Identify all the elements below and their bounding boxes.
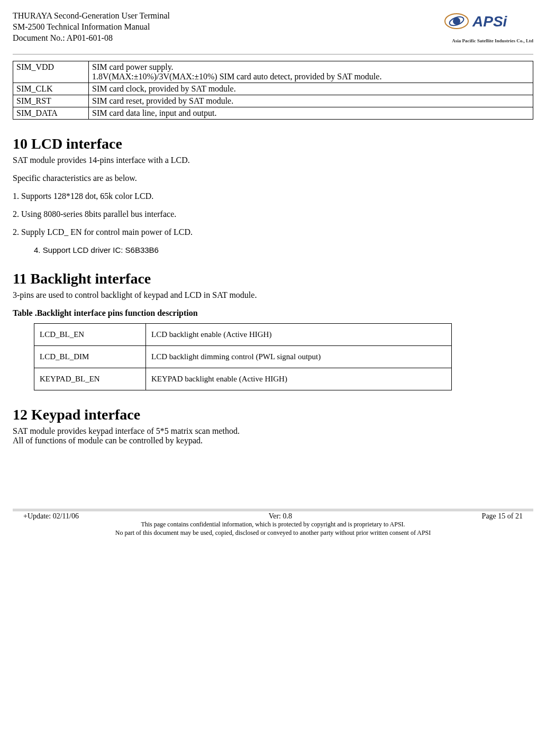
page-header: THURAYA Second-Generation User Terminal … bbox=[13, 11, 533, 43]
section-10-item-4: 4. Support LCD driver IC: S6B33B6 bbox=[34, 245, 533, 254]
header-line-3: Document No.: AP01-601-08 bbox=[13, 33, 170, 44]
sim-desc-cell: SIM card data line, input and output. bbox=[89, 107, 533, 120]
footer-page: Page 15 of 21 bbox=[482, 512, 523, 521]
section-10-item-2: 2. Using 8080-series 8bits parallel bus … bbox=[13, 210, 533, 219]
header-text-block: THURAYA Second-Generation User Terminal … bbox=[13, 11, 170, 43]
backlight-pin-cell: LCD_BL_DIM bbox=[34, 346, 146, 368]
footer-update: +Update: 02/11/06 bbox=[23, 512, 79, 521]
table-row: LCD_BL_EN LCD backlight enable (Active H… bbox=[34, 324, 452, 346]
sim-pin-cell: SIM_CLK bbox=[13, 83, 89, 95]
section-11-p1: 3-pins are used to control backlight of … bbox=[13, 290, 533, 300]
footer-divider-2 bbox=[13, 511, 533, 511]
header-line-1: THURAYA Second-Generation User Terminal bbox=[13, 11, 170, 22]
backlight-table-caption: Table .Backlight interface pins function… bbox=[13, 308, 533, 318]
footer-confidential-1: This page contains confidential informat… bbox=[13, 521, 533, 529]
section-12-p2: All of functions of module can be contro… bbox=[13, 436, 533, 445]
table-row: LCD_BL_DIM LCD backlight dimming control… bbox=[34, 346, 452, 368]
svg-text:APSi: APSi bbox=[472, 13, 508, 30]
section-10-p2: Specific characteristics are as below. bbox=[13, 174, 533, 183]
sim-pin-cell: SIM_RST bbox=[13, 95, 89, 107]
backlight-desc-cell: KEYPAD backlight enable (Active HIGH) bbox=[146, 368, 452, 390]
backlight-pin-cell: LCD_BL_EN bbox=[34, 324, 146, 346]
sim-desc-cell: SIM card clock, provided by SAT module. bbox=[89, 83, 533, 95]
sim-desc-cell: SIM card reset, provided by SAT module. bbox=[89, 95, 533, 107]
footer-version: Ver: 0.8 bbox=[269, 512, 292, 521]
section-12-heading: 12 Keypad interface bbox=[13, 406, 533, 423]
footer-confidential-2: No part of this document may be used, co… bbox=[13, 529, 533, 538]
section-11-heading: 11 Backlight interface bbox=[13, 270, 533, 287]
footer-meta-row: +Update: 02/11/06 Ver: 0.8 Page 15 of 21 bbox=[13, 512, 533, 521]
table-row: SIM_VDD SIM card power supply. 1.8V(MAX:… bbox=[13, 61, 533, 83]
backlight-pin-cell: KEYPAD_BL_EN bbox=[34, 368, 146, 390]
table-row: SIM_CLK SIM card clock, provided by SAT … bbox=[13, 83, 533, 95]
header-divider bbox=[13, 54, 533, 54]
sim-desc-cell: SIM card power supply. 1.8V(MAX:±10%)/3V… bbox=[89, 61, 533, 83]
footer-divider-1 bbox=[13, 509, 533, 509]
table-row: SIM_RST SIM card reset, provided by SAT … bbox=[13, 95, 533, 107]
section-10-heading: 10 LCD interface bbox=[13, 135, 533, 152]
section-10-p1: SAT module provides 14-pins interface wi… bbox=[13, 156, 533, 165]
apsi-logo-icon: APSi bbox=[443, 11, 533, 36]
section-10-item-3: 2. Supply LCD_ EN for control main power… bbox=[13, 227, 533, 237]
backlight-desc-cell: LCD backlight enable (Active HIGH) bbox=[146, 324, 452, 346]
section-10-item-1: 1. Supports 128*128 dot, 65k color LCD. bbox=[13, 192, 533, 201]
sim-pin-cell: SIM_DATA bbox=[13, 107, 89, 120]
logo-caption: Asia Pacific Satellite Industries Co., L… bbox=[443, 38, 533, 43]
table-row: SIM_DATA SIM card data line, input and o… bbox=[13, 107, 533, 120]
page-footer: +Update: 02/11/06 Ver: 0.8 Page 15 of 21… bbox=[13, 509, 533, 537]
sim-pin-cell: SIM_VDD bbox=[13, 61, 89, 83]
section-12-p1: SAT module provides keypad interface of … bbox=[13, 426, 533, 436]
sim-table: SIM_VDD SIM card power supply. 1.8V(MAX:… bbox=[13, 61, 533, 120]
header-line-2: SM-2500 Technical Information Manual bbox=[13, 22, 170, 33]
backlight-desc-cell: LCD backlight dimming control (PWL signa… bbox=[146, 346, 452, 368]
table-row: KEYPAD_BL_EN KEYPAD backlight enable (Ac… bbox=[34, 368, 452, 390]
backlight-table: LCD_BL_EN LCD backlight enable (Active H… bbox=[34, 323, 452, 390]
logo-block: APSi Asia Pacific Satellite Industries C… bbox=[443, 11, 533, 43]
